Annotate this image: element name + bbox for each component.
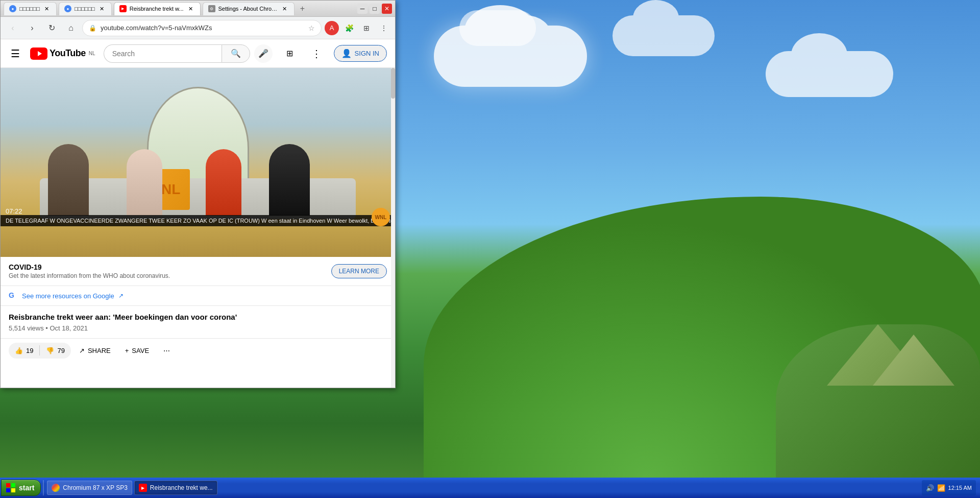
start-button[interactable]: start (1, 480, 41, 496)
svg-rect-4 (11, 488, 15, 492)
video-meta: 5,514 views • Oct 18, 2021 (9, 324, 387, 332)
more-tools-btn[interactable]: ⋮ (377, 21, 391, 35)
share-icon: ↗ (79, 347, 85, 354)
youtube-header: ☰ YouTubeNL 🔍 🎤 ⊞ ⋮ (1, 39, 395, 68)
more-icon: ⋯ (163, 347, 170, 354)
upload-date: Oct 18, 2021 (50, 324, 87, 332)
back-button[interactable]: ‹ (5, 20, 21, 36)
cloud-4 (459, 10, 536, 46)
taskbar-item-chromium[interactable]: Chromium 87 x XP SP3 (47, 481, 132, 495)
thumbs-down-icon: 👎 (46, 347, 54, 354)
maximize-button[interactable]: □ (370, 4, 380, 14)
desktop: ● □□□□□□ ✕ ● □□□□□□ ✕ ▶ Reisbranche trek… (0, 0, 980, 498)
video-title: Reisbranche trekt weer aan: 'Meer boekin… (9, 312, 387, 322)
address-bar[interactable]: 🔒 ☆ (82, 20, 322, 36)
browser-window: ● □□□□□□ ✕ ● □□□□□□ ✕ ▶ Reisbranche trek… (0, 0, 396, 388)
person-2 (127, 149, 162, 216)
tab-favicon-2: ● (64, 5, 71, 12)
browser-tab-3[interactable]: ▶ Reisbranche trekt w... ✕ (114, 2, 201, 15)
svg-marker-0 (38, 51, 42, 56)
windows-logo-icon (6, 483, 16, 493)
tab-close-4[interactable]: ✕ (281, 5, 289, 13)
youtube-logo[interactable]: YouTubeNL (30, 48, 95, 60)
apps-button[interactable]: ⊞ (281, 44, 299, 63)
tab-close-3[interactable]: ✕ (187, 5, 195, 13)
nav-icons: A 🧩 ⊞ ⋮ (325, 21, 391, 35)
sign-in-button[interactable]: 👤 SIGN IN (334, 45, 387, 62)
tab-label-1: □□□□□□ (19, 6, 40, 12)
forward-button[interactable]: › (24, 20, 40, 36)
search-input[interactable] (104, 44, 222, 63)
address-input[interactable] (101, 24, 304, 32)
taskbar-youtube-label: Reisbranche trekt we... (150, 484, 213, 491)
save-icon: + (125, 347, 129, 354)
lock-icon: 🔒 (89, 25, 96, 32)
google-link-text: See more resources on Google (22, 292, 114, 300)
external-link-icon: ↗ (118, 292, 124, 299)
scrollbar[interactable] (391, 68, 395, 388)
news-ticker: DE TELEGRAAF W ONGEVACCINEERDE ZWANGERE … (1, 215, 395, 226)
learn-more-button[interactable]: LEARN MORE (331, 264, 387, 278)
youtube-logo-text: YouTube (50, 48, 86, 59)
new-tab-button[interactable]: + (297, 3, 309, 15)
youtube-search-bar: 🔍 🎤 (104, 44, 273, 63)
bookmark-icon[interactable]: ☆ (308, 24, 315, 32)
search-button[interactable]: 🔍 (222, 44, 250, 63)
scrollbar-thumb[interactable] (391, 68, 395, 99)
tab-label-2: □□□□□□ (75, 6, 95, 12)
profile-icon-btn[interactable]: A (325, 21, 339, 35)
person-1 (48, 144, 89, 216)
minimize-button[interactable]: ─ (357, 4, 368, 14)
home-button[interactable]: ⌂ (63, 20, 79, 36)
google-resources-link[interactable]: G See more resources on Google ↗ (1, 286, 395, 306)
cloud-3 (766, 51, 893, 97)
svg-rect-2 (11, 483, 15, 487)
covid-description: Get the latest information from the WHO … (9, 272, 170, 279)
dislike-button[interactable]: 👎 79 (40, 343, 70, 359)
svg-rect-3 (6, 488, 10, 492)
browser-tab-4[interactable]: ⚙ Settings - About Chromiu... ✕ (203, 2, 295, 15)
mic-button[interactable]: 🎤 (254, 44, 273, 63)
covid-info: COVID-19 Get the latest information from… (9, 263, 170, 279)
title-bar: ● □□□□□□ ✕ ● □□□□□□ ✕ ▶ Reisbranche trek… (1, 1, 395, 17)
video-thumbnail: WNL DE TELEGRAAF W ONGEVACCINEERDE ZWANG… (1, 68, 395, 257)
covid-title: COVID-19 (9, 263, 170, 271)
youtube-menu-button[interactable]: ☰ (9, 45, 22, 62)
reload-button[interactable]: ↻ (43, 20, 60, 36)
browser-tab-1[interactable]: ● □□□□□□ ✕ (4, 2, 57, 15)
covid-panel: COVID-19 Get the latest information from… (1, 257, 395, 286)
more-options-button[interactable]: ⋮ (307, 44, 326, 63)
browser-tab-2[interactable]: ● □□□□□□ ✕ (59, 2, 112, 15)
dislike-count: 79 (57, 347, 64, 354)
volume-icon: 📶 (937, 484, 945, 492)
more-actions-button[interactable]: ⋯ (157, 343, 176, 359)
tab-label-3: Reisbranche trekt w... (130, 6, 184, 12)
tab-favicon-1: ● (9, 5, 16, 12)
landscape (398, 171, 980, 478)
like-button[interactable]: 👍 19 (9, 343, 39, 359)
taskbar-item-youtube[interactable]: ▶ Reisbranche trekt we... (134, 481, 217, 495)
save-button[interactable]: + SAVE (119, 343, 155, 359)
video-actions: 👍 19 👎 79 ↗ SHARE + SAVE (1, 338, 395, 363)
view-count: 5,514 views (9, 324, 44, 332)
extensions-icon-btn[interactable]: 🧩 (342, 21, 356, 35)
window-controls: ─ □ ✕ (357, 4, 392, 14)
tab-favicon-3: ▶ (119, 5, 127, 12)
chromium-icon (52, 484, 60, 492)
google-g-icon: G (9, 291, 18, 300)
media-icon-btn[interactable]: ⊞ (359, 21, 374, 35)
taskbar: start Chromium 87 x XP SP3 ▶ Reisbranche… (0, 478, 980, 498)
nav-bar: ‹ › ↻ ⌂ 🔒 ☆ A 🧩 ⊞ ⋮ (1, 17, 395, 39)
start-label: start (19, 484, 34, 492)
clock: 12:15 AM (948, 485, 972, 491)
video-info: Reisbranche trekt weer aan: 'Meer boekin… (1, 306, 395, 338)
tab-close-2[interactable]: ✕ (98, 5, 106, 13)
network-icon: 🔊 (926, 484, 934, 492)
close-button[interactable]: ✕ (382, 4, 392, 14)
video-player[interactable]: WNL DE TELEGRAAF W ONGEVACCINEERDE ZWANG… (1, 68, 395, 257)
share-button[interactable]: ↗ SHARE (73, 343, 117, 359)
youtube-logo-icon (30, 48, 47, 60)
person-4 (269, 144, 310, 216)
tab-close-1[interactable]: ✕ (43, 5, 51, 13)
tab-label-4: Settings - About Chromiu... (218, 6, 278, 12)
